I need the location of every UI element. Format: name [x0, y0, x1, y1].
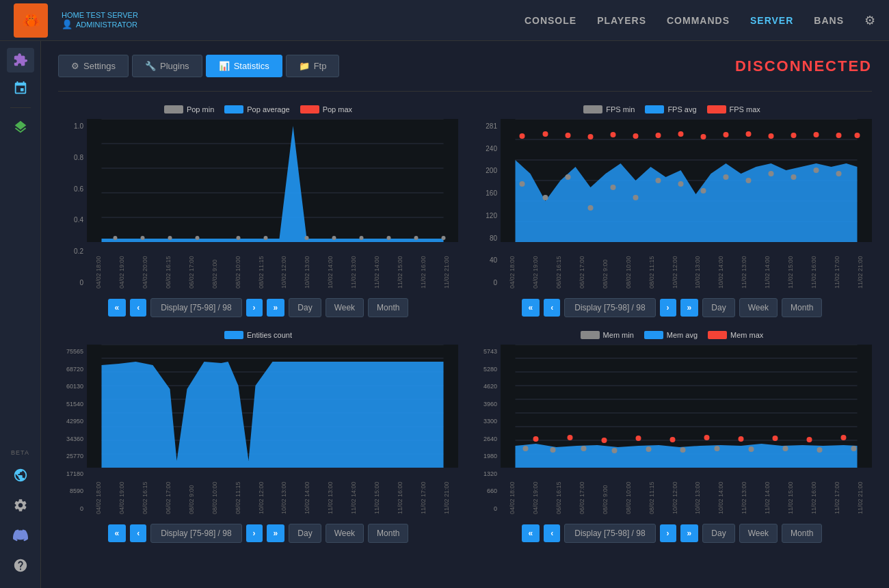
tab-settings[interactable]: ⚙ Settings	[58, 55, 129, 77]
svg-point-44	[543, 195, 548, 200]
entities-legend: Entities count	[58, 331, 458, 339]
memory-chart: Mem min Mem avg Mem max 5743 5280	[472, 331, 872, 543]
fps-month-btn[interactable]: Month	[782, 298, 822, 317]
sidebar-icon-network[interactable]	[7, 76, 34, 101]
fps-prev-btn[interactable]: ‹	[544, 299, 560, 317]
fps-chart-area: 04/02 18:00 04/02 19:00 06/02 16:15 06/0…	[501, 119, 872, 290]
nav-bans[interactable]: BANS	[814, 15, 844, 26]
fps-week-btn[interactable]: Week	[739, 298, 778, 317]
fps-first-btn[interactable]: «	[522, 299, 540, 317]
svg-point-48	[633, 195, 639, 200]
svg-point-56	[814, 168, 819, 173]
fps-next-btn[interactable]: ›	[660, 299, 676, 317]
population-chart: Pop min Pop average Pop max 1.0 0.8	[58, 105, 458, 317]
sidebar-divider	[10, 107, 31, 108]
entities-count-color	[224, 331, 243, 339]
pop-first-btn[interactable]: «	[108, 299, 127, 317]
pop-avg-color	[224, 105, 243, 113]
sidebar-icon-beta[interactable]	[7, 463, 34, 487]
nav-players[interactable]: PLAYERS	[597, 15, 646, 26]
svg-point-28	[543, 131, 548, 137]
page-toolbar: ⚙ Settings 🔧 Plugins 📊 Statistics 📁 Ftp …	[58, 55, 872, 77]
mem-week-btn[interactable]: Week	[739, 524, 778, 543]
svg-point-7	[114, 236, 118, 240]
mem-first-btn[interactable]: «	[522, 524, 540, 542]
mem-display: Display [75-98] / 98	[564, 524, 655, 543]
charts-grid: Pop min Pop average Pop max 1.0 0.8	[58, 105, 872, 543]
pop-max-legend: Pop max	[300, 105, 352, 113]
svg-point-45	[566, 174, 571, 180]
main-content: ⚙ Settings 🔧 Plugins 📊 Statistics 📁 Ftp …	[41, 41, 889, 588]
entities-prev-btn[interactable]: ‹	[130, 524, 146, 542]
mem-xaxis: 04/02 18:00 04/02 19:00 06/02 16:15 06/0…	[501, 468, 872, 516]
entities-last-btn[interactable]: »	[267, 524, 285, 542]
plugins-tab-icon: 🔧	[145, 61, 156, 71]
mem-month-btn[interactable]: Month	[782, 524, 822, 543]
svg-point-42	[855, 133, 860, 138]
mem-day-btn[interactable]: Day	[702, 524, 734, 543]
mem-prev-btn[interactable]: ‹	[544, 524, 560, 542]
mem-max-legend: Mem max	[708, 331, 763, 339]
pop-y-axis: 1.0 0.8 0.6 0.4 0.2 0	[58, 119, 87, 290]
pop-month-btn[interactable]: Month	[368, 298, 408, 317]
svg-point-99	[817, 447, 823, 453]
svg-point-96	[715, 446, 720, 451]
nav-server[interactable]: SERVER	[750, 15, 793, 26]
nav-commands[interactable]: COMMANDS	[667, 15, 730, 26]
entities-week-btn[interactable]: Week	[326, 524, 364, 543]
pop-next-btn[interactable]: ›	[246, 299, 263, 317]
tab-plugins[interactable]: 🔧 Plugins	[132, 55, 202, 77]
svg-point-13	[305, 236, 309, 240]
pop-week-btn[interactable]: Week	[326, 298, 364, 317]
nav-console[interactable]: CONSOLE	[525, 15, 576, 26]
tab-statistics[interactable]: 📊 Statistics	[206, 55, 282, 77]
tab-ftp[interactable]: 📁 Ftp	[286, 55, 340, 77]
sidebar: BETA	[0, 41, 41, 588]
fps-last-btn[interactable]: »	[680, 299, 699, 317]
entities-day-btn[interactable]: Day	[289, 524, 321, 543]
svg-point-94	[646, 446, 652, 452]
svg-point-27	[520, 133, 525, 139]
pop-last-btn[interactable]: »	[267, 299, 285, 317]
svg-point-31	[611, 132, 616, 137]
pop-prev-btn[interactable]: ‹	[130, 299, 146, 317]
sidebar-icon-layers[interactable]	[7, 115, 34, 139]
pop-legend: Pop min Pop average Pop max	[58, 105, 458, 113]
pop-min-legend: Pop min	[164, 105, 214, 113]
svg-point-10	[196, 236, 200, 240]
server-title: HOME TEST SERVER 👤 ADMINISTRATOR	[62, 11, 525, 29]
pop-day-btn[interactable]: Day	[289, 298, 321, 317]
svg-marker-26	[516, 160, 858, 242]
svg-point-97	[749, 446, 754, 452]
fps-min-color	[583, 105, 602, 113]
mem-last-btn[interactable]: »	[680, 524, 699, 542]
svg-point-47	[611, 185, 616, 190]
statistics-tab-icon: 📊	[219, 61, 230, 71]
sidebar-icon-discord[interactable]	[7, 523, 34, 548]
sidebar-bottom: BETA	[7, 449, 34, 588]
mem-y-axis: 5743 5280 4620 3960 3300 2640 1980 1320 …	[472, 345, 501, 516]
sidebar-icon-puzzle[interactable]	[7, 48, 34, 72]
svg-point-18	[442, 236, 446, 240]
settings-icon[interactable]: ⚙	[864, 13, 875, 28]
svg-point-50	[678, 181, 684, 187]
svg-point-11	[237, 236, 241, 240]
mem-next-btn[interactable]: ›	[660, 524, 676, 542]
entities-next-btn[interactable]: ›	[246, 524, 263, 542]
pop-display: Display [75-98] / 98	[150, 298, 241, 317]
fps-avg-color	[645, 105, 664, 113]
entities-controls: « ‹ Display [75-98] / 98 › » Day Week Mo…	[58, 524, 458, 543]
svg-point-85	[704, 435, 710, 440]
entities-first-btn[interactable]: «	[108, 524, 127, 542]
svg-point-86	[739, 436, 744, 442]
fps-display: Display [75-98] / 98	[564, 298, 655, 317]
svg-point-53	[746, 178, 752, 183]
sidebar-icon-settings[interactable]	[7, 493, 34, 518]
svg-point-89	[841, 435, 847, 440]
entities-xaxis: 04/02 18:00 04/02 19:00 06/02 16:15 06/0…	[87, 468, 458, 516]
app-logo: 🦀	[14, 3, 48, 38]
sidebar-icon-help[interactable]	[7, 553, 34, 578]
fps-day-btn[interactable]: Day	[702, 298, 734, 317]
entities-month-btn[interactable]: Month	[368, 524, 408, 543]
svg-point-54	[769, 171, 774, 176]
